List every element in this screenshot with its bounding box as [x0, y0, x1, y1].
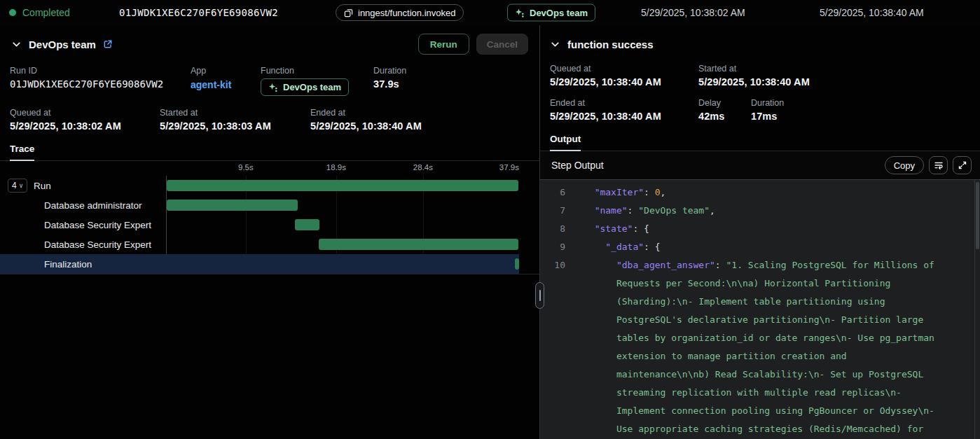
trace-row-chart — [166, 254, 519, 274]
tab-trace[interactable]: Trace — [10, 144, 34, 161]
trace-span-bar[interactable] — [167, 180, 518, 191]
queued-label: Queued at — [10, 108, 160, 118]
run-id-value: 01JWDK1XE6C270F6YE69086VW2 — [10, 78, 191, 90]
run-status-bar: Completed 01JWDK1XE6C270F6YE69086VW2 inn… — [0, 0, 980, 25]
code-line-content: "maxIter": 0, — [584, 183, 702, 202]
step-started-field: Started at 5/29/2025, 10:38:40 AM — [698, 64, 810, 88]
step-output-code[interactable]: 6"maxIter": 0,7"name": "DevOps team",8"s… — [540, 179, 980, 439]
trace-rows: 4∨RunDatabase administratorDatabase Secu… — [0, 176, 539, 274]
trace-row-label: Database Security Expert — [44, 220, 151, 230]
app-link[interactable]: agent-kit — [191, 79, 231, 90]
trace-span-bar[interactable] — [515, 258, 519, 270]
step-times-row-2: Ended at 5/29/2025, 10:38:40 AM Delay 42… — [540, 98, 980, 122]
status-label: Completed — [22, 7, 70, 18]
function-label: Function — [261, 66, 373, 76]
panel-resize-handle[interactable] — [535, 282, 544, 309]
topbar-function-badge[interactable]: DevOps team — [507, 4, 595, 22]
code-line-number: 9 — [540, 238, 565, 256]
word-wrap-button[interactable] — [929, 156, 948, 174]
trace-axis-ticks: 9.5s18.9s28.4s37.9s — [166, 161, 519, 176]
app-field: App agent-kit — [191, 66, 261, 96]
axis-tick-label: 9.5s — [238, 163, 254, 172]
trace-row-label: Run — [34, 181, 51, 191]
event-badge[interactable]: inngest/function.invoked — [336, 4, 464, 21]
trace-span-bar[interactable] — [319, 239, 518, 250]
topbar-function-badge-label: DevOps team — [530, 8, 588, 18]
step-started-value: 5/29/2025, 10:38:40 AM — [698, 76, 810, 88]
tab-output[interactable]: Output — [550, 134, 581, 151]
run-meta-row: Run ID 01JWDK1XE6C270F6YE69086VW2 App ag… — [0, 66, 539, 96]
expand-icon — [958, 160, 967, 170]
row-expander-button[interactable]: 4∨ — [8, 179, 27, 193]
step-output-toolbar: Step Output Copy — [540, 151, 980, 179]
code-line-number: 7 — [540, 202, 565, 220]
step-delay-label: Delay — [698, 98, 751, 108]
chevron-down-icon[interactable] — [550, 39, 560, 50]
trace-span-bar[interactable] — [295, 219, 319, 230]
step-delay-value: 42ms — [698, 111, 751, 122]
ended-field: Ended at 5/29/2025, 10:38:40 AM — [310, 108, 422, 132]
run-details-panel: DevOps team Rerun Cancel Run ID 01JWDK1X… — [0, 25, 540, 439]
step-title: function success — [567, 39, 654, 50]
code-line-content: "_data": { — [584, 238, 697, 256]
code-scrollbar[interactable] — [974, 180, 980, 439]
code-line-content: "name": "DevOps team", — [584, 202, 752, 220]
ended-label: Ended at — [310, 108, 422, 118]
run-times-row: Queued at 5/29/2025, 10:38:02 AM Started… — [0, 108, 539, 132]
code-line: 7"name": "DevOps team", — [540, 202, 980, 220]
step-started-label: Started at — [698, 64, 810, 74]
code-line-number: 10 — [540, 256, 565, 439]
started-value: 5/29/2025, 10:38:03 AM — [160, 120, 310, 132]
axis-tick-label: 28.4s — [413, 163, 433, 172]
run-id-label: Run ID — [10, 66, 191, 76]
word-wrap-icon — [934, 160, 944, 170]
trace-row[interactable]: Database administrator — [0, 195, 539, 215]
rerun-button[interactable]: Rerun — [418, 34, 469, 55]
sparkle-icon — [515, 8, 525, 18]
trace-timeline: 9.5s18.9s28.4s37.9s 4∨RunDatabase admini… — [0, 161, 539, 274]
trace-row-chart — [166, 215, 519, 235]
step-ended-field: Ended at 5/29/2025, 10:38:40 AM — [550, 98, 698, 122]
external-link-icon[interactable] — [103, 39, 113, 49]
trace-row[interactable]: 4∨Run — [0, 176, 539, 195]
step-queued-value: 5/29/2025, 10:38:40 AM — [550, 76, 698, 88]
function-field: Function DevOps team — [261, 66, 373, 96]
topbar-ended-timestamp: 5/29/2025, 10:38:40 AM — [820, 7, 924, 18]
step-duration-field: Duration 17ms — [751, 98, 784, 122]
trace-axis: 9.5s18.9s28.4s37.9s — [0, 161, 539, 176]
function-badge-label: DevOps team — [283, 82, 341, 92]
step-ended-value: 5/29/2025, 10:38:40 AM — [550, 111, 698, 122]
ended-value: 5/29/2025, 10:38:40 AM — [310, 120, 422, 132]
queued-field: Queued at 5/29/2025, 10:38:02 AM — [10, 108, 160, 132]
trace-span-bar[interactable] — [167, 200, 298, 211]
step-header: function success — [540, 33, 980, 55]
code-line-number: 8 — [540, 220, 565, 238]
topbar-queued-timestamp: 5/29/2025, 10:38:02 AM — [641, 7, 745, 18]
step-queued-field: Queued at 5/29/2025, 10:38:40 AM — [550, 64, 698, 88]
event-icon — [344, 8, 353, 18]
expander-count: 4 — [12, 181, 17, 190]
copy-button[interactable]: Copy — [885, 156, 924, 174]
step-ended-label: Ended at — [550, 98, 698, 108]
run-title: DevOps team — [29, 39, 96, 50]
expand-button[interactable] — [953, 156, 972, 174]
trace-row-label: Database Security Expert — [44, 239, 151, 250]
chevron-down-icon[interactable] — [11, 39, 22, 50]
trace-row[interactable]: Database Security Expert — [0, 215, 539, 235]
step-queued-label: Queued at — [550, 64, 698, 74]
step-duration-value: 17ms — [751, 111, 784, 122]
run-status: Completed — [9, 7, 70, 18]
trace-row-label: Finalization — [44, 259, 92, 270]
axis-tick-label: 18.9s — [326, 163, 346, 172]
code-lines: 6"maxIter": 0,7"name": "DevOps team",8"s… — [540, 183, 980, 439]
trace-row[interactable]: Finalization — [0, 254, 519, 274]
run-header: DevOps team Rerun Cancel — [0, 33, 539, 55]
code-line: 6"maxIter": 0, — [540, 183, 980, 202]
queued-value: 5/29/2025, 10:38:02 AM — [10, 120, 160, 132]
trace-row[interactable]: Database Security Expert — [0, 235, 539, 254]
trace-row-chart — [166, 235, 519, 254]
step-times-row-1: Queued at 5/29/2025, 10:38:40 AM Started… — [540, 64, 980, 88]
duration-label: Duration — [373, 66, 406, 76]
code-scrollbar-thumb[interactable] — [976, 182, 979, 249]
function-badge[interactable]: DevOps team — [261, 78, 349, 96]
